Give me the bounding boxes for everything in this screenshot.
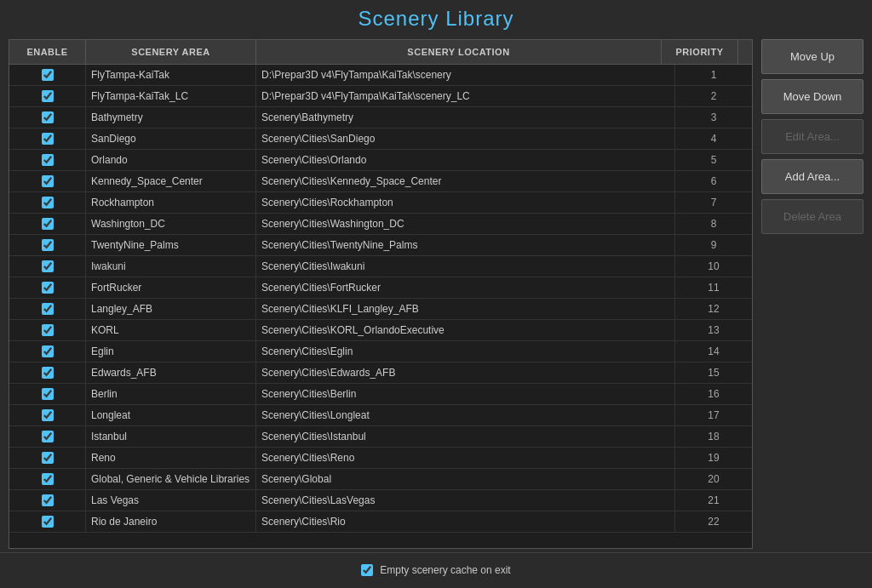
table-row[interactable]: FlyTampa-KaiTak_LCD:\Prepar3D v4\FlyTamp…	[9, 86, 752, 107]
table-row[interactable]: FlyTampa-KaiTakD:\Prepar3D v4\FlyTampa\K…	[9, 65, 752, 86]
location-cell: Scenery\Global	[256, 469, 675, 489]
row-enable-checkbox[interactable]	[42, 431, 54, 442]
row-enable-checkbox[interactable]	[42, 218, 54, 230]
location-cell: Scenery\Cities\Washington_DC	[256, 214, 675, 234]
location-cell: Scenery\Cities\SanDiego	[256, 128, 675, 149]
move-down-button[interactable]: Move Down	[761, 79, 863, 114]
table-row[interactable]: RenoScenery\Cities\Reno19	[9, 448, 752, 469]
row-enable-checkbox[interactable]	[42, 90, 54, 102]
footer-bar: Empty scenery cache on exit	[0, 552, 872, 586]
row-enable-checkbox[interactable]	[42, 516, 54, 528]
table-row[interactable]: TwentyNine_PalmsScenery\Cities\TwentyNin…	[9, 235, 752, 256]
location-cell: Scenery\Cities\Iwakuni	[256, 256, 675, 277]
move-up-button[interactable]: Move Up	[761, 39, 863, 74]
col-scenery-area: SCENERY AREA	[86, 40, 256, 64]
enable-cell	[9, 405, 86, 425]
row-enable-checkbox[interactable]	[42, 409, 54, 421]
table-row[interactable]: BerlinScenery\Cities\Berlin16	[9, 384, 752, 405]
priority-cell: 16	[675, 384, 752, 404]
row-enable-checkbox[interactable]	[42, 260, 54, 272]
row-enable-checkbox[interactable]	[42, 239, 54, 251]
row-enable-checkbox[interactable]	[42, 494, 54, 506]
priority-cell: 13	[675, 320, 752, 340]
location-cell: Scenery\Cities\Orlando	[256, 150, 675, 170]
priority-cell: 17	[675, 405, 752, 425]
priority-cell: 18	[675, 426, 752, 447]
table-row[interactable]: IstanbulScenery\Cities\Istanbul18	[9, 426, 752, 448]
row-enable-checkbox[interactable]	[42, 388, 54, 400]
row-enable-checkbox[interactable]	[42, 111, 54, 123]
area-cell: Reno	[86, 448, 256, 468]
table-row[interactable]: Washington_DCScenery\Cities\Washington_D…	[9, 214, 752, 235]
area-cell: Kennedy_Space_Center	[86, 171, 256, 191]
table-row[interactable]: OrlandoScenery\Cities\Orlando5	[9, 150, 752, 171]
row-enable-checkbox[interactable]	[42, 452, 54, 464]
table-row[interactable]: BathymetryScenery\Bathymetry3	[9, 107, 752, 128]
location-cell: Scenery\Cities\KORL_OrlandoExecutive	[256, 320, 675, 340]
area-cell: FlyTampa-KaiTak	[86, 65, 256, 85]
table-row[interactable]: SanDiegoScenery\Cities\SanDiego4	[9, 128, 752, 150]
area-cell: TwentyNine_Palms	[86, 235, 256, 255]
row-enable-checkbox[interactable]	[42, 175, 54, 187]
location-cell: Scenery\Cities\Rockhampton	[256, 192, 675, 213]
table-row[interactable]: Rio de JaneiroScenery\Cities\Rio22	[9, 511, 752, 533]
table-row[interactable]: Edwards_AFBScenery\Cities\Edwards_AFB15	[9, 363, 752, 384]
location-cell: Scenery\Bathymetry	[256, 107, 675, 128]
edit-area-button[interactable]: Edit Area...	[761, 119, 863, 154]
location-cell: Scenery\Cities\Berlin	[256, 384, 675, 404]
enable-cell	[9, 448, 86, 468]
row-enable-checkbox[interactable]	[42, 282, 54, 294]
title-bar: Scenery Library	[0, 0, 872, 39]
table-row[interactable]: Langley_AFBScenery\Cities\KLFI_Langley_A…	[9, 299, 752, 320]
location-cell: Scenery\Cities\Eglin	[256, 341, 675, 362]
priority-cell: 5	[675, 150, 752, 170]
enable-cell	[9, 490, 86, 511]
location-cell: Scenery\Cities\Reno	[256, 448, 675, 468]
empty-cache-label[interactable]: Empty scenery cache on exit	[380, 564, 510, 576]
col-scrollbar-spacer	[738, 40, 752, 64]
add-area-button[interactable]: Add Area...	[761, 159, 863, 194]
enable-cell	[9, 277, 86, 298]
location-cell: Scenery\Cities\Istanbul	[256, 426, 675, 447]
delete-area-button[interactable]: Delete Area	[761, 199, 863, 234]
row-enable-checkbox[interactable]	[42, 69, 54, 81]
area-cell: Bathymetry	[86, 107, 256, 128]
row-enable-checkbox[interactable]	[42, 345, 54, 357]
location-cell: Scenery\Cities\LasVegas	[256, 490, 675, 511]
table-row[interactable]: FortRuckerScenery\Cities\FortRucker11	[9, 277, 752, 299]
enable-cell	[9, 65, 86, 85]
location-cell: Scenery\Cities\Longleat	[256, 405, 675, 425]
table-row[interactable]: Global, Generic & Vehicle LibrariesScene…	[9, 469, 752, 490]
row-enable-checkbox[interactable]	[42, 324, 54, 336]
enable-cell	[9, 511, 86, 532]
table-body[interactable]: FlyTampa-KaiTakD:\Prepar3D v4\FlyTampa\K…	[9, 65, 752, 548]
row-enable-checkbox[interactable]	[42, 154, 54, 166]
empty-cache-checkbox[interactable]	[361, 564, 373, 576]
priority-cell: 21	[675, 490, 752, 511]
enable-cell	[9, 150, 86, 170]
row-enable-checkbox[interactable]	[42, 303, 54, 315]
area-cell: Las Vegas	[86, 490, 256, 511]
table-row[interactable]: RockhamptonScenery\Cities\Rockhampton7	[9, 192, 752, 214]
table-row[interactable]: EglinScenery\Cities\Eglin14	[9, 341, 752, 363]
enable-cell	[9, 214, 86, 234]
table-row[interactable]: LongleatScenery\Cities\Longleat17	[9, 405, 752, 426]
enable-cell	[9, 426, 86, 447]
row-enable-checkbox[interactable]	[42, 473, 54, 485]
table-row[interactable]: IwakuniScenery\Cities\Iwakuni10	[9, 256, 752, 277]
priority-cell: 3	[675, 107, 752, 128]
enable-cell	[9, 235, 86, 255]
table-row[interactable]: KORLScenery\Cities\KORL_OrlandoExecutive…	[9, 320, 752, 341]
location-cell: Scenery\Cities\Edwards_AFB	[256, 363, 675, 383]
row-enable-checkbox[interactable]	[42, 133, 54, 145]
enable-cell	[9, 384, 86, 404]
table-row[interactable]: Las VegasScenery\Cities\LasVegas21	[9, 490, 752, 511]
row-enable-checkbox[interactable]	[42, 367, 54, 379]
row-enable-checkbox[interactable]	[42, 197, 54, 208]
enable-cell	[9, 86, 86, 106]
page-title: Scenery Library	[0, 7, 872, 31]
area-cell: Orlando	[86, 150, 256, 170]
col-enable: ENABLE	[9, 40, 86, 64]
area-cell: FlyTampa-KaiTak_LC	[86, 86, 256, 106]
table-row[interactable]: Kennedy_Space_CenterScenery\Cities\Kenne…	[9, 171, 752, 192]
